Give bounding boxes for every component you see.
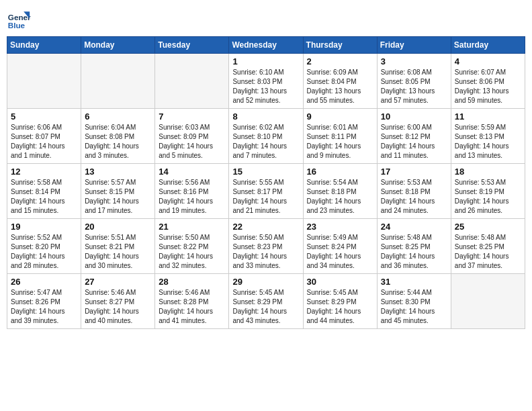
calendar-cell: 25Sunrise: 5:48 AMSunset: 8:25 PMDayligh… <box>451 219 525 274</box>
calendar-cell: 20Sunrise: 5:51 AMSunset: 8:21 PMDayligh… <box>81 219 155 274</box>
day-number: 6 <box>85 111 151 122</box>
day-number: 23 <box>307 222 373 232</box>
logo-icon: General Blue <box>7 7 31 31</box>
calendar-table: SundayMondayTuesdayWednesdayThursdayFrid… <box>7 36 525 329</box>
day-info: Sunrise: 5:46 AMSunset: 8:28 PMDaylight:… <box>159 288 225 326</box>
day-number: 8 <box>232 111 299 122</box>
day-number: 17 <box>381 167 447 177</box>
calendar-cell: 28Sunrise: 5:46 AMSunset: 8:28 PMDayligh… <box>155 274 229 329</box>
day-number: 4 <box>455 56 521 66</box>
day-number: 7 <box>159 111 225 122</box>
day-number: 28 <box>159 277 225 287</box>
day-info: Sunrise: 5:53 AMSunset: 8:19 PMDaylight:… <box>455 178 521 216</box>
calendar-cell: 15Sunrise: 5:55 AMSunset: 8:17 PMDayligh… <box>229 164 303 219</box>
calendar-cell: 24Sunrise: 5:48 AMSunset: 8:25 PMDayligh… <box>377 219 451 274</box>
day-number: 3 <box>381 56 447 66</box>
day-info: Sunrise: 6:06 AMSunset: 8:07 PMDaylight:… <box>11 123 77 161</box>
day-number: 2 <box>307 56 373 66</box>
day-number: 16 <box>307 167 373 177</box>
day-header-wednesday: Wednesday <box>229 37 303 54</box>
day-info: Sunrise: 6:04 AMSunset: 8:08 PMDaylight:… <box>85 123 151 161</box>
week-row-2: 5Sunrise: 6:06 AMSunset: 8:07 PMDaylight… <box>7 109 525 164</box>
week-row-1: 1Sunrise: 6:10 AMSunset: 8:03 PMDaylight… <box>7 54 525 109</box>
svg-text:Blue: Blue <box>8 21 26 30</box>
day-number: 14 <box>159 167 225 177</box>
calendar-cell: 6Sunrise: 6:04 AMSunset: 8:08 PMDaylight… <box>81 109 155 164</box>
day-number: 21 <box>159 222 225 232</box>
day-header-tuesday: Tuesday <box>155 37 229 54</box>
day-number: 20 <box>85 222 151 232</box>
calendar-cell: 29Sunrise: 5:45 AMSunset: 8:29 PMDayligh… <box>229 274 303 329</box>
day-info: Sunrise: 5:46 AMSunset: 8:27 PMDaylight:… <box>85 288 151 326</box>
calendar-cell: 19Sunrise: 5:52 AMSunset: 8:20 PMDayligh… <box>7 219 81 274</box>
calendar-cell <box>155 54 229 109</box>
day-header-friday: Friday <box>377 37 451 54</box>
day-number: 26 <box>11 277 77 287</box>
calendar-cell: 10Sunrise: 6:00 AMSunset: 8:12 PMDayligh… <box>377 109 451 164</box>
day-info: Sunrise: 5:59 AMSunset: 8:13 PMDaylight:… <box>455 123 521 161</box>
day-info: Sunrise: 6:09 AMSunset: 8:04 PMDaylight:… <box>307 68 373 105</box>
calendar-cell: 13Sunrise: 5:57 AMSunset: 8:15 PMDayligh… <box>81 164 155 219</box>
calendar-cell: 12Sunrise: 5:58 AMSunset: 8:14 PMDayligh… <box>7 164 81 219</box>
day-number: 5 <box>11 111 77 122</box>
day-info: Sunrise: 5:48 AMSunset: 8:25 PMDaylight:… <box>455 233 521 271</box>
calendar-cell <box>451 274 525 329</box>
day-header-sunday: Sunday <box>7 37 81 54</box>
logo: General Blue <box>7 7 31 31</box>
day-info: Sunrise: 5:44 AMSunset: 8:30 PMDaylight:… <box>381 288 447 326</box>
calendar-cell: 14Sunrise: 5:56 AMSunset: 8:16 PMDayligh… <box>155 164 229 219</box>
day-info: Sunrise: 5:45 AMSunset: 8:29 PMDaylight:… <box>232 288 299 326</box>
day-number: 29 <box>232 277 299 287</box>
day-number: 9 <box>307 111 373 122</box>
calendar-cell <box>81 54 155 109</box>
day-number: 19 <box>11 222 77 232</box>
calendar-cell: 16Sunrise: 5:54 AMSunset: 8:18 PMDayligh… <box>303 164 377 219</box>
day-number: 22 <box>232 222 299 232</box>
calendar-cell: 1Sunrise: 6:10 AMSunset: 8:03 PMDaylight… <box>229 54 303 109</box>
day-header-monday: Monday <box>81 37 155 54</box>
day-info: Sunrise: 6:03 AMSunset: 8:09 PMDaylight:… <box>159 123 225 161</box>
calendar-cell: 30Sunrise: 5:45 AMSunset: 8:29 PMDayligh… <box>303 274 377 329</box>
day-info: Sunrise: 5:56 AMSunset: 8:16 PMDaylight:… <box>159 178 225 216</box>
day-info: Sunrise: 6:00 AMSunset: 8:12 PMDaylight:… <box>381 123 447 161</box>
day-number: 1 <box>232 56 299 66</box>
day-info: Sunrise: 6:08 AMSunset: 8:05 PMDaylight:… <box>381 68 447 105</box>
week-row-4: 19Sunrise: 5:52 AMSunset: 8:20 PMDayligh… <box>7 219 525 274</box>
day-info: Sunrise: 6:02 AMSunset: 8:10 PMDaylight:… <box>232 123 299 161</box>
day-number: 27 <box>85 277 151 287</box>
day-number: 10 <box>381 111 447 122</box>
calendar-cell: 5Sunrise: 6:06 AMSunset: 8:07 PMDaylight… <box>7 109 81 164</box>
day-number: 30 <box>307 277 373 287</box>
calendar-cell: 31Sunrise: 5:44 AMSunset: 8:30 PMDayligh… <box>377 274 451 329</box>
day-number: 31 <box>381 277 447 287</box>
calendar-cell: 17Sunrise: 5:53 AMSunset: 8:18 PMDayligh… <box>377 164 451 219</box>
calendar-cell: 23Sunrise: 5:49 AMSunset: 8:24 PMDayligh… <box>303 219 377 274</box>
day-info: Sunrise: 5:54 AMSunset: 8:18 PMDaylight:… <box>307 178 373 216</box>
day-number: 15 <box>232 167 299 177</box>
day-info: Sunrise: 5:45 AMSunset: 8:29 PMDaylight:… <box>307 288 373 326</box>
day-header-thursday: Thursday <box>303 37 377 54</box>
day-number: 12 <box>11 167 77 177</box>
calendar-cell: 2Sunrise: 6:09 AMSunset: 8:04 PMDaylight… <box>303 54 377 109</box>
day-info: Sunrise: 5:50 AMSunset: 8:23 PMDaylight:… <box>232 233 299 271</box>
day-number: 13 <box>85 167 151 177</box>
day-info: Sunrise: 6:10 AMSunset: 8:03 PMDaylight:… <box>232 68 299 105</box>
page-header: General Blue <box>7 7 525 31</box>
day-number: 11 <box>455 111 521 122</box>
day-info: Sunrise: 5:57 AMSunset: 8:15 PMDaylight:… <box>85 178 151 216</box>
day-info: Sunrise: 5:49 AMSunset: 8:24 PMDaylight:… <box>307 233 373 271</box>
day-header-saturday: Saturday <box>451 37 525 54</box>
calendar-cell: 3Sunrise: 6:08 AMSunset: 8:05 PMDaylight… <box>377 54 451 109</box>
day-info: Sunrise: 6:07 AMSunset: 8:06 PMDaylight:… <box>455 68 521 105</box>
calendar-cell: 11Sunrise: 5:59 AMSunset: 8:13 PMDayligh… <box>451 109 525 164</box>
day-number: 24 <box>381 222 447 232</box>
day-info: Sunrise: 5:55 AMSunset: 8:17 PMDaylight:… <box>232 178 299 216</box>
calendar-cell: 4Sunrise: 6:07 AMSunset: 8:06 PMDaylight… <box>451 54 525 109</box>
day-info: Sunrise: 5:58 AMSunset: 8:14 PMDaylight:… <box>11 178 77 216</box>
day-info: Sunrise: 5:48 AMSunset: 8:25 PMDaylight:… <box>381 233 447 271</box>
calendar-cell <box>7 54 81 109</box>
day-info: Sunrise: 5:53 AMSunset: 8:18 PMDaylight:… <box>381 178 447 216</box>
day-info: Sunrise: 5:51 AMSunset: 8:21 PMDaylight:… <box>85 233 151 271</box>
day-number: 18 <box>455 167 521 177</box>
calendar-header-row: SundayMondayTuesdayWednesdayThursdayFrid… <box>7 37 525 54</box>
